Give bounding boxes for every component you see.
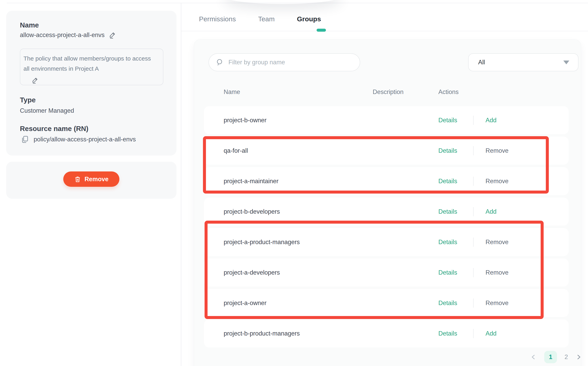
- row-actions: Details Add: [438, 320, 457, 347]
- rn-value: policy/allow-access-project-a-all-envs: [34, 136, 136, 143]
- detail-tabs: PermissionsTeamGroups: [199, 15, 321, 23]
- details-link[interactable]: Details: [438, 330, 457, 337]
- group-table-row: project-b-owner Details Add: [204, 106, 569, 134]
- panel-divider: [181, 3, 181, 366]
- pagination: 12: [530, 351, 582, 363]
- chevron-left-icon[interactable]: [530, 354, 537, 360]
- action-divider: [473, 146, 474, 155]
- policy-name-value: allow-access-project-a-all-envs: [20, 31, 105, 39]
- row-actions: Details Remove: [438, 289, 457, 317]
- details-link[interactable]: Details: [438, 147, 457, 154]
- add-link[interactable]: Add: [485, 117, 497, 124]
- policy-description-text: The policy that allow members/groups to …: [23, 53, 158, 74]
- policy-details-page: Name allow-access-project-a-all-envs The…: [0, 0, 588, 366]
- page-1-button[interactable]: 1: [544, 351, 557, 363]
- policy-name-row: allow-access-project-a-all-envs: [20, 31, 117, 39]
- remove-policy-card: Remove: [6, 162, 177, 199]
- tab-permissions[interactable]: Permissions: [199, 15, 236, 23]
- row-actions: Details Remove: [438, 137, 457, 165]
- action-divider: [473, 177, 474, 186]
- name-label: Name: [20, 21, 39, 29]
- details-link[interactable]: Details: [438, 117, 457, 124]
- chevron-right-icon[interactable]: [575, 354, 582, 360]
- group-name: project-b-product-managers: [224, 330, 300, 337]
- cutoff-element-shadow: [223, 0, 342, 4]
- action-divider: [473, 116, 474, 125]
- type-label: Type: [20, 96, 36, 104]
- group-name: project-b-owner: [224, 117, 267, 124]
- group-name: project-a-maintainer: [224, 178, 279, 185]
- group-table-row: project-a-owner Details Remove: [204, 289, 569, 317]
- copy-icon[interactable]: [21, 135, 29, 144]
- group-table-row: project-a-developers Details Remove: [204, 259, 569, 287]
- details-link[interactable]: Details: [438, 239, 457, 246]
- remove-link[interactable]: Remove: [485, 239, 508, 246]
- add-link[interactable]: Add: [485, 208, 497, 215]
- remove-link[interactable]: Remove: [485, 178, 508, 185]
- group-table-row: qa-for-all Details Remove: [204, 137, 569, 165]
- groups-panel-card: All Name Description Actions project-b-o…: [194, 39, 581, 366]
- rn-label: Resource name (RN): [20, 125, 88, 133]
- row-actions: Details Remove: [438, 259, 457, 287]
- policy-description-box: The policy that allow members/groups to …: [20, 49, 163, 85]
- action-divider: [473, 268, 474, 277]
- details-link[interactable]: Details: [438, 299, 457, 307]
- remove-policy-button[interactable]: Remove: [63, 171, 119, 187]
- policy-meta-card: Name allow-access-project-a-all-envs The…: [6, 11, 177, 155]
- details-link[interactable]: Details: [438, 178, 457, 185]
- group-table-row: project-a-product-managers Details Remov…: [204, 228, 569, 256]
- action-divider: [473, 298, 474, 308]
- groups-table-body: project-b-owner Details Add qa-for-all D…: [194, 39, 581, 366]
- remove-link[interactable]: Remove: [485, 299, 508, 307]
- tabs-bottom-border: [181, 31, 588, 31]
- active-tab-indicator: [317, 29, 326, 32]
- row-actions: Details Add: [438, 198, 457, 226]
- tab-team[interactable]: Team: [258, 15, 275, 23]
- action-divider: [473, 237, 474, 247]
- tab-groups[interactable]: Groups: [297, 15, 321, 23]
- trash-icon: [74, 176, 81, 183]
- action-divider: [473, 207, 474, 216]
- remove-link[interactable]: Remove: [485, 269, 508, 276]
- details-link[interactable]: Details: [438, 269, 457, 276]
- group-name: project-b-developers: [224, 208, 280, 215]
- row-actions: Details Add: [438, 106, 457, 134]
- group-table-row: project-b-developers Details Add: [204, 198, 569, 226]
- page-2-button[interactable]: 2: [565, 353, 568, 361]
- group-name: project-a-owner: [224, 299, 267, 307]
- edit-pencil-icon[interactable]: [31, 76, 39, 84]
- row-actions: Details Remove: [438, 228, 457, 256]
- remove-policy-button-label: Remove: [85, 176, 109, 183]
- group-name: project-a-product-managers: [224, 239, 300, 246]
- add-link[interactable]: Add: [485, 330, 497, 337]
- action-divider: [473, 329, 474, 338]
- edit-pencil-icon[interactable]: [109, 31, 117, 39]
- type-value: Customer Managed: [20, 107, 74, 114]
- group-name: project-a-developers: [224, 269, 280, 276]
- details-link[interactable]: Details: [438, 208, 457, 215]
- group-table-row: project-b-product-managers Details Add: [204, 320, 569, 347]
- group-name: qa-for-all: [224, 147, 248, 154]
- resource-name-row: policy/allow-access-project-a-all-envs: [21, 135, 136, 144]
- group-table-row: project-a-maintainer Details Remove: [204, 167, 569, 195]
- remove-link[interactable]: Remove: [485, 147, 508, 154]
- row-actions: Details Remove: [438, 167, 457, 195]
